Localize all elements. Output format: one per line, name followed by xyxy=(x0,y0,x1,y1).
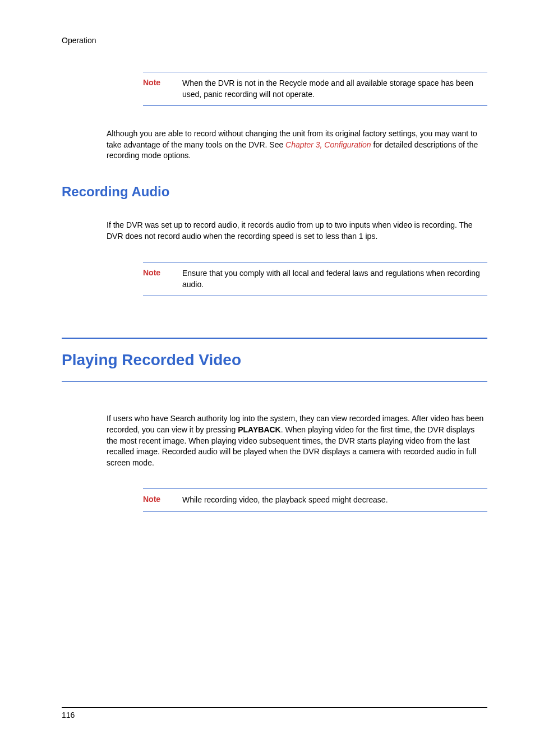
header-section-label: Operation xyxy=(62,36,487,45)
paragraph-3: If users who have Search authority log i… xyxy=(107,413,487,468)
main-heading-line-bottom xyxy=(62,381,487,382)
note-label-1: Note xyxy=(143,78,182,100)
main-heading-block: Playing Recorded Video xyxy=(62,338,487,382)
note-box-3: Note While recording video, the playback… xyxy=(143,488,487,512)
note-label-3: Note xyxy=(143,495,182,506)
note-box-2: Note Ensure that you comply with all loc… xyxy=(143,262,487,296)
note-box-1: Note When the DVR is not in the Recycle … xyxy=(143,72,487,106)
note-text-1: When the DVR is not in the Recycle mode … xyxy=(182,78,487,100)
note-text-2: Ensure that you comply with all local an… xyxy=(182,268,487,290)
section-heading-recording-audio: Recording Audio xyxy=(62,184,487,200)
main-heading-line-top xyxy=(62,338,487,339)
note-label-2: Note xyxy=(143,268,182,290)
main-heading-playing-recorded-video: Playing Recorded Video xyxy=(62,351,487,369)
para3-bold: PLAYBACK xyxy=(238,425,281,434)
paragraph-2: If the DVR was set up to record audio, i… xyxy=(107,220,487,242)
note-text-3: While recording video, the playback spee… xyxy=(182,495,487,506)
page-number: 116 xyxy=(62,711,75,720)
paragraph-1: Although you are able to record without … xyxy=(107,128,487,162)
para1-link: Chapter 3, Configuration xyxy=(285,140,371,149)
footer-line: 116 xyxy=(62,707,487,720)
